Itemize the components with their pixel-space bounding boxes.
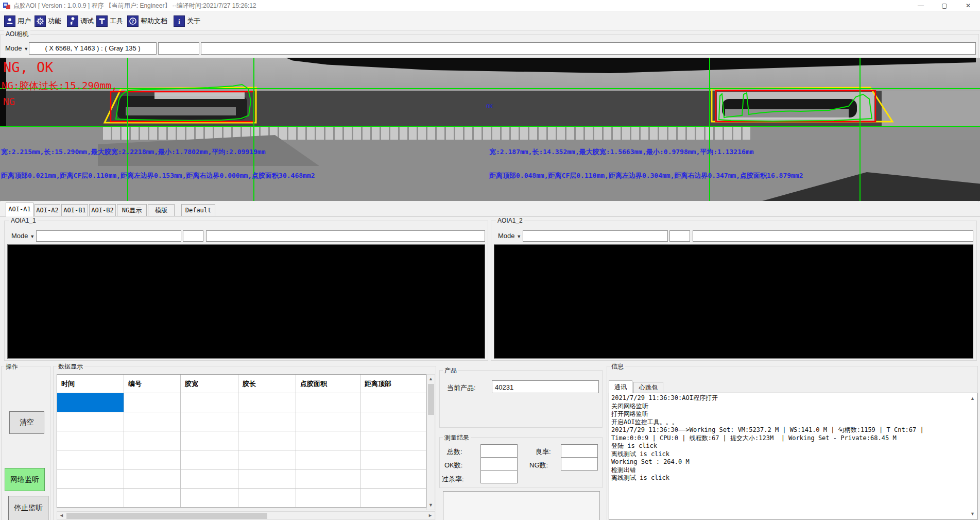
scroll-down-icon[interactable]: ▼ <box>427 501 435 509</box>
panel-aoia1-2-mode-dropdown[interactable]: Mode ▼ <box>498 232 521 240</box>
camera-viewport[interactable]: NG, OK NG:胶体过长:15.290mm, NG OK 宽:2.215mm… <box>0 58 980 201</box>
col-header-time[interactable]: 时间 <box>57 375 124 393</box>
table-cell[interactable] <box>124 469 181 489</box>
table-hscroll-thumb[interactable] <box>66 513 267 519</box>
table-row <box>57 489 426 508</box>
tabstrip-baseline <box>0 216 980 216</box>
tab-ng-display[interactable]: NG显示 <box>117 204 147 216</box>
overlay-ok-flag: OK <box>486 103 493 110</box>
panel-aoia1-2-field-3[interactable] <box>693 230 973 242</box>
panel-aoia1-1-mode-dropdown[interactable]: Mode ▼ <box>11 232 35 240</box>
clear-button[interactable]: 清空 <box>9 411 44 434</box>
panel-aoia1-1-field-2[interactable] <box>183 230 203 242</box>
table-cell[interactable] <box>360 412 426 431</box>
left-device-highlight <box>154 92 245 99</box>
comms-log[interactable]: 2021/7/29 11:36:30:AOI程序打开 关闭网络监听 打开网络监听… <box>609 393 977 520</box>
tab-aoi-b2[interactable]: AOI-B2 <box>89 204 116 216</box>
minimize-button[interactable]: — <box>909 0 933 11</box>
stop-listen-button[interactable]: 停止监听 <box>8 496 48 520</box>
panel-aoia1-2-field-2[interactable] <box>669 230 690 242</box>
col-header-glue-width[interactable]: 胶宽 <box>181 375 238 393</box>
toolbar-function-button[interactable]: 功能 <box>35 14 61 28</box>
table-cell[interactable] <box>124 431 181 450</box>
table-cell[interactable] <box>124 412 181 431</box>
close-button[interactable]: ✕ <box>956 0 980 11</box>
panel-aoia1-2-image[interactable] <box>494 244 973 359</box>
network-listen-button[interactable]: 网络监听 <box>5 468 45 491</box>
operation-group-label: 操作 <box>4 362 20 371</box>
table-cell[interactable] <box>57 469 124 489</box>
table-cell[interactable] <box>181 489 238 508</box>
log-line: Time:0:0:9 | CPU:0 | 线程数:67 | 提交大小:123M … <box>611 434 975 443</box>
table-cell[interactable] <box>296 393 360 412</box>
table-cell[interactable] <box>124 489 181 508</box>
camera-field-2[interactable] <box>158 42 199 55</box>
table-cell[interactable] <box>57 412 124 431</box>
table-cell[interactable] <box>238 469 296 489</box>
tab-template[interactable]: 模版 <box>148 204 175 216</box>
table-vscroll-thumb[interactable] <box>428 384 434 415</box>
table-cell[interactable] <box>181 393 238 412</box>
table-cell[interactable] <box>181 431 238 450</box>
table-cell[interactable] <box>296 469 360 489</box>
chevron-down-icon: ▼ <box>517 234 521 239</box>
log-scroll-down-icon[interactable]: ▼ <box>969 510 976 518</box>
measurement-group-label: 测量结果 <box>443 433 471 442</box>
tab-heartbeat[interactable]: 心跳包 <box>633 382 663 393</box>
table-cell[interactable] <box>124 450 181 469</box>
current-product-label: 当前产品: <box>447 383 476 393</box>
table-cell[interactable] <box>360 431 426 450</box>
table-cell[interactable] <box>57 431 124 450</box>
log-scroll-up-icon[interactable]: ▲ <box>969 395 976 402</box>
tab-aoi-a1[interactable]: AOI-A1 <box>6 203 33 216</box>
table-cell[interactable] <box>238 393 296 412</box>
table-cell[interactable] <box>57 489 124 508</box>
table-cell[interactable] <box>360 469 426 489</box>
toolbar-debug-button[interactable]: 调试 <box>67 14 94 28</box>
table-cell[interactable] <box>181 412 238 431</box>
toolbar-help-button[interactable]: ? 帮助文档 <box>127 14 167 28</box>
camera-coordinate-readout[interactable]: ( X 6568, Y 1463 ) : ( Gray 135 ) <box>29 42 157 55</box>
table-cell[interactable] <box>238 489 296 508</box>
panel-aoia1-2-field-1[interactable] <box>523 230 668 242</box>
toolbar-tools-button[interactable]: 工具 <box>96 14 123 28</box>
camera-field-3[interactable] <box>201 42 976 55</box>
tab-aoi-a2[interactable]: AOI-A2 <box>35 204 60 216</box>
table-cell[interactable] <box>360 489 426 508</box>
table-cell[interactable] <box>296 489 360 508</box>
table-cell-selected[interactable] <box>57 393 124 412</box>
col-header-id[interactable]: 编号 <box>124 375 181 393</box>
scroll-up-icon[interactable]: ▲ <box>427 375 435 383</box>
col-header-glue-area[interactable]: 点胶面积 <box>296 375 360 393</box>
table-cell[interactable] <box>360 393 426 412</box>
scroll-right-icon[interactable]: ► <box>426 512 434 519</box>
table-vertical-scrollbar[interactable]: ▲ ▼ <box>426 374 435 510</box>
tab-aoi-b1[interactable]: AOI-B1 <box>61 204 88 216</box>
tab-default[interactable]: Default <box>181 204 215 216</box>
log-line: 开启AOI监控工具。。。 <box>611 418 975 427</box>
toolbar-about-button[interactable]: i 关于 <box>174 14 200 28</box>
panel-aoia1-1-field-3[interactable] <box>206 230 485 242</box>
table-cell[interactable] <box>360 450 426 469</box>
table-cell[interactable] <box>296 450 360 469</box>
tab-comms[interactable]: 通讯 <box>609 380 632 393</box>
table-cell[interactable] <box>238 450 296 469</box>
table-horizontal-scrollbar[interactable]: ◄ ► <box>57 511 435 520</box>
col-header-glue-length[interactable]: 胶长 <box>238 375 296 393</box>
panel-aoia1-1-field-1[interactable] <box>36 230 181 242</box>
maximize-button[interactable]: ▢ <box>933 0 956 11</box>
table-cell[interactable] <box>238 412 296 431</box>
table-cell[interactable] <box>238 431 296 450</box>
panel-aoia1-1-image[interactable] <box>7 244 485 359</box>
table-cell[interactable] <box>57 450 124 469</box>
table-cell[interactable] <box>296 412 360 431</box>
scroll-left-icon[interactable]: ◄ <box>58 512 65 519</box>
table-cell[interactable] <box>181 450 238 469</box>
toolbar-user-button[interactable]: 用户 <box>4 14 31 28</box>
table-cell[interactable] <box>296 431 360 450</box>
col-header-distance-top[interactable]: 距离顶部 <box>360 375 426 393</box>
table-cell[interactable] <box>181 469 238 489</box>
camera-mode-dropdown[interactable]: Mode ▼ <box>5 44 28 52</box>
current-product-input[interactable]: 40231 <box>492 380 599 393</box>
table-cell[interactable] <box>124 393 181 412</box>
